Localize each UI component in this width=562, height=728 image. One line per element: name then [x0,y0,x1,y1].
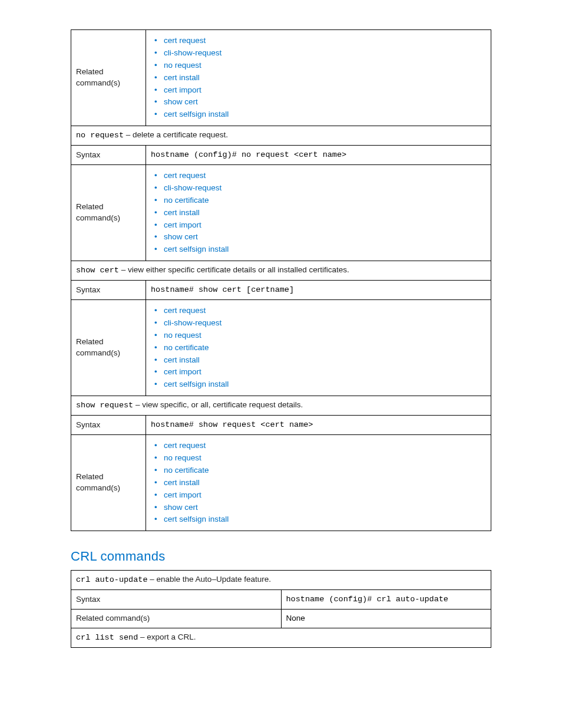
syntax-code: hostname# show cert [certname] [151,285,294,294]
related-command-link[interactable]: cert selfsign install [161,378,486,391]
related-command-link[interactable]: cert selfsign install [161,108,486,121]
related-command-link[interactable]: cli-show-request [161,182,486,195]
command-description: – export a CRL. [138,633,196,641]
command-name: show cert [76,266,119,275]
related-command-link[interactable]: cert import [161,219,486,232]
related-command-link[interactable]: cert request [161,170,486,182]
syntax-cell: hostname (config)# no request <cert name… [146,146,491,165]
related-commands-list: cert requestno requestno certificatecert… [151,440,486,526]
syntax-code: hostname (config)# no request <cert name… [151,150,346,159]
command-description-row: show request – view specific, or all, ce… [71,396,491,416]
row-label-related: Related command(s) [71,610,282,628]
command-name: crl list send [76,633,138,642]
command-description-row: show cert – view either specific certifi… [71,261,491,281]
related-command-link[interactable]: show cert [161,502,486,514]
related-commands-cell: cert requestcli-show-requestno requestce… [146,30,491,126]
row-label-related: Related command(s) [71,165,146,261]
section-heading-crl: CRL commands [71,549,491,564]
related-command-link[interactable]: cert install [161,354,486,367]
related-command-link[interactable]: no request [161,60,486,72]
related-command-link[interactable]: cert install [161,477,486,489]
related-command-link[interactable]: no certificate [161,342,486,354]
row-label-syntax: Syntax [71,416,146,435]
related-command-link[interactable]: cert import [161,489,486,502]
related-command-link[interactable]: cert install [161,72,486,84]
row-label-syntax: Syntax [71,281,146,300]
command-table-2: crl auto-update – enable the Auto–Update… [71,570,491,648]
syntax-code: hostname (config)# crl auto-update [286,595,448,604]
syntax-cell: hostname# show request <cert name> [146,416,491,435]
related-command-link[interactable]: cert install [161,207,486,219]
command-description: – delete a certificate request. [124,130,228,139]
related-command-link[interactable]: cert selfsign install [161,243,486,256]
command-name: show request [76,401,133,410]
command-description: – view either specific certificate detai… [119,265,349,274]
related-command-link[interactable]: no request [161,452,486,465]
related-command-link[interactable]: show cert [161,231,486,243]
plain-value-cell: None [281,610,491,628]
related-command-link[interactable]: cli-show-request [161,317,486,330]
related-command-link[interactable]: cert selfsign install [161,513,486,526]
related-commands-list: cert requestcli-show-requestno requestce… [151,35,486,121]
related-command-link[interactable]: no certificate [161,195,486,207]
syntax-cell: hostname (config)# crl auto-update [281,590,491,610]
related-command-link[interactable]: cert import [161,366,486,378]
command-description-row: crl auto-update – enable the Auto–Update… [71,571,491,590]
row-label-related: Related command(s) [71,300,146,396]
command-table-1: Related command(s)cert requestcli-show-r… [71,29,491,531]
command-description-row: crl list send – export a CRL. [71,628,491,647]
row-label-related: Related command(s) [71,30,146,126]
related-commands-cell: cert requestcli-show-requestno requestno… [146,300,491,396]
related-commands-cell: cert requestno requestno certificatecert… [146,435,491,531]
row-label-related: Related command(s) [71,435,146,531]
command-description: – enable the Auto–Update feature. [148,575,271,584]
related-command-link[interactable]: cli-show-request [161,47,486,60]
row-label-syntax: Syntax [71,590,282,610]
related-commands-list: cert requestcli-show-requestno certifica… [151,170,486,256]
syntax-cell: hostname# show cert [certname] [146,281,491,300]
command-name: no request [76,131,124,140]
command-name: crl auto-update [76,575,148,584]
related-command-link[interactable]: cert request [161,305,486,317]
related-commands-list: cert requestcli-show-requestno requestno… [151,305,486,391]
command-description-row: no request – delete a certificate reques… [71,126,491,146]
related-command-link[interactable]: show cert [161,96,486,108]
related-command-link[interactable]: cert request [161,35,486,47]
row-label-syntax: Syntax [71,146,146,165]
related-command-link[interactable]: no certificate [161,465,486,477]
related-command-link[interactable]: cert request [161,440,486,452]
related-command-link[interactable]: cert import [161,84,486,97]
syntax-code: hostname# show request <cert name> [151,420,313,429]
command-description: – view specific, or all, certificate req… [133,400,303,409]
related-command-link[interactable]: no request [161,330,486,342]
related-commands-cell: cert requestcli-show-requestno certifica… [146,165,491,261]
